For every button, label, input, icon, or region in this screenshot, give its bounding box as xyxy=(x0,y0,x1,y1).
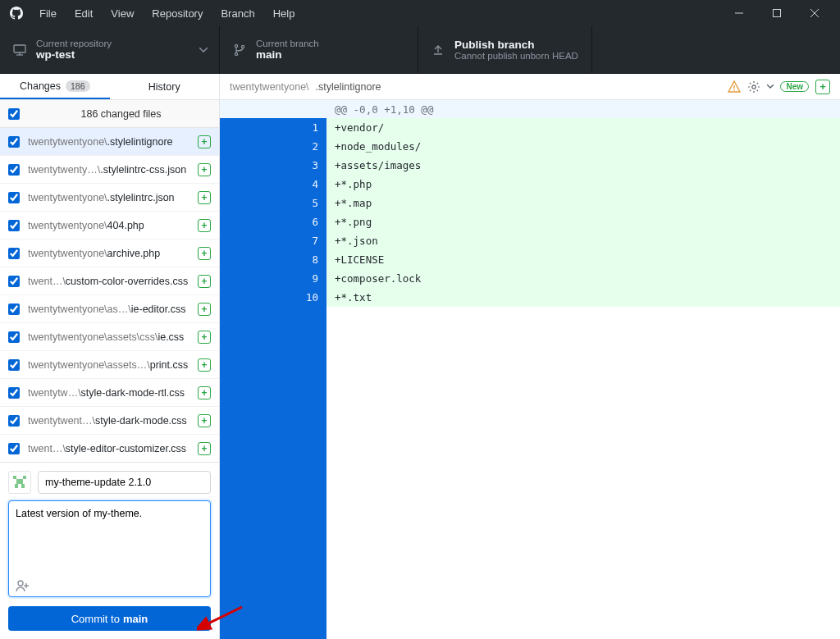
select-all-checkbox[interactable] xyxy=(8,108,20,120)
file-name: twentytwent…\style-dark-mode.css xyxy=(28,415,189,427)
file-checkbox[interactable] xyxy=(8,331,20,343)
file-name: twentytwentyone\assets\css\ie.css xyxy=(28,331,189,343)
menu-view[interactable]: View xyxy=(103,4,142,23)
svg-rect-13 xyxy=(15,484,18,488)
file-row[interactable]: twentytwentyone\assets…\print.css+ xyxy=(0,351,219,379)
commit-button[interactable]: Commit to main xyxy=(8,606,211,631)
diff-line-added: +composer.lock xyxy=(326,269,840,288)
diff-line-added: +*.map xyxy=(326,194,840,212)
menu-repository[interactable]: Repository xyxy=(144,4,211,23)
svg-rect-4 xyxy=(14,45,25,52)
line-number: 9 xyxy=(220,269,326,288)
file-checkbox[interactable] xyxy=(8,248,20,259)
file-name: twentytw…\style-dark-mode-rtl.css xyxy=(28,387,189,399)
file-name: twentytwentyone\archive.php xyxy=(28,248,189,259)
diff-line-added: +LICENSE xyxy=(326,250,840,269)
commit-description-input[interactable]: Latest version of my-theme. xyxy=(8,500,211,597)
current-repository-button[interactable]: Current repository wp-test xyxy=(0,26,220,73)
gear-icon[interactable] xyxy=(747,80,760,94)
warning-icon[interactable] xyxy=(728,80,741,94)
line-number: 10 xyxy=(220,288,326,307)
commit-button-prefix: Commit to xyxy=(71,613,120,625)
menu-file[interactable]: File xyxy=(31,4,65,23)
menu-edit[interactable]: Edit xyxy=(66,4,101,23)
add-coauthor-icon[interactable] xyxy=(15,578,30,593)
line-number: 8 xyxy=(220,250,326,269)
svg-point-9 xyxy=(241,45,244,48)
close-button[interactable] xyxy=(796,0,833,26)
changes-count-badge: 186 xyxy=(66,80,90,92)
diff-code: @@ -0,0 +1,10 @@ +vendor/+node_modules/+… xyxy=(326,100,840,639)
file-checkbox[interactable] xyxy=(8,304,20,315)
svg-rect-12 xyxy=(16,479,23,484)
github-logo-icon xyxy=(10,7,23,20)
commit-summary-input[interactable] xyxy=(38,471,211,494)
file-row[interactable]: twent…\style-editor-customizer.css+ xyxy=(0,435,219,462)
file-row[interactable]: twentytwentyone\assets\css\ie.css+ xyxy=(0,323,219,351)
chevron-down-icon[interactable] xyxy=(767,84,774,89)
current-branch-button[interactable]: Current branch main xyxy=(220,26,418,73)
sidebar-tabs: Changes 186 History xyxy=(0,74,219,100)
diff-line-added: +*.png xyxy=(326,212,840,231)
file-row[interactable]: twentytw…\style-dark-mode-rtl.css+ xyxy=(0,379,219,407)
added-file-icon: + xyxy=(198,219,211,232)
repo-name: wp-test xyxy=(36,48,112,61)
file-row[interactable]: twent…\custom-color-overrides.css+ xyxy=(0,267,219,295)
file-checkbox[interactable] xyxy=(8,192,20,203)
minimize-button[interactable] xyxy=(720,0,758,26)
menu-help[interactable]: Help xyxy=(265,4,304,23)
path-dir: twentytwentyone\ xyxy=(230,81,309,93)
maximize-button[interactable] xyxy=(758,0,796,26)
tab-history[interactable]: History xyxy=(110,74,220,99)
added-file-icon: + xyxy=(198,331,211,344)
file-checkbox[interactable] xyxy=(8,415,20,427)
file-checkbox[interactable] xyxy=(8,220,20,231)
file-row[interactable]: twentytwentyone\.stylelintrc.json+ xyxy=(0,184,219,212)
file-name: twentytwenty…\.stylelintrc-css.json xyxy=(28,164,189,176)
file-row[interactable]: twentytwent…\style-dark-mode.css+ xyxy=(0,407,219,435)
commit-button-branch: main xyxy=(123,613,148,625)
author-avatar xyxy=(8,471,31,494)
desktop-icon xyxy=(13,43,26,57)
added-file-icon: + xyxy=(198,386,211,399)
repo-label: Current repository xyxy=(36,39,112,48)
file-row[interactable]: twentytwentyone\404.php+ xyxy=(0,212,219,240)
file-row[interactable]: twentytwentyone\.stylelintignore+ xyxy=(0,128,219,156)
file-row[interactable]: twentytwentyone\archive.php+ xyxy=(0,240,219,267)
path-file: .stylelintignore xyxy=(316,81,381,93)
line-number: 5 xyxy=(220,194,326,212)
file-checkbox[interactable] xyxy=(8,136,20,148)
diff-view: 12345678910 @@ -0,0 +1,10 @@ +vendor/+no… xyxy=(220,100,840,639)
added-file-icon: + xyxy=(198,358,211,372)
file-row[interactable]: twentytwenty…\.stylelintrc-css.json+ xyxy=(0,156,219,184)
file-checkbox[interactable] xyxy=(8,443,20,454)
add-file-icon[interactable]: + xyxy=(815,80,830,94)
diff-line-added: +*.json xyxy=(326,231,840,250)
file-row[interactable]: twentytwentyone\as…\ie-editor.css+ xyxy=(0,295,219,323)
file-name: twentytwentyone\as…\ie-editor.css xyxy=(28,304,189,315)
tab-changes[interactable]: Changes 186 xyxy=(0,74,110,99)
publish-branch-button[interactable]: Publish branch Cannot publish unborn HEA… xyxy=(418,26,592,73)
svg-point-8 xyxy=(235,52,237,55)
diff-line-added: +vendor/ xyxy=(326,118,840,137)
file-name: twentytwentyone\404.php xyxy=(28,220,189,231)
file-checkbox[interactable] xyxy=(8,359,20,371)
added-file-icon: + xyxy=(198,191,211,204)
svg-point-19 xyxy=(734,89,736,91)
changes-summary-row: 186 changed files xyxy=(0,100,219,128)
svg-point-15 xyxy=(18,581,23,586)
diff-line-added: +node_modules/ xyxy=(326,137,840,156)
upload-icon xyxy=(431,43,445,57)
repo-toolbar: Current repository wp-test Current branc… xyxy=(0,26,840,74)
file-checkbox[interactable] xyxy=(8,164,20,176)
tab-changes-label: Changes xyxy=(20,80,61,92)
file-checkbox[interactable] xyxy=(8,387,20,399)
line-number: 7 xyxy=(220,231,326,250)
branch-name: main xyxy=(256,48,319,61)
file-checkbox[interactable] xyxy=(8,276,20,287)
chevron-down-icon xyxy=(199,48,208,52)
line-number: 6 xyxy=(220,212,326,231)
svg-point-7 xyxy=(235,44,237,47)
menu-branch[interactable]: Branch xyxy=(212,4,262,23)
added-file-icon: + xyxy=(198,135,211,148)
